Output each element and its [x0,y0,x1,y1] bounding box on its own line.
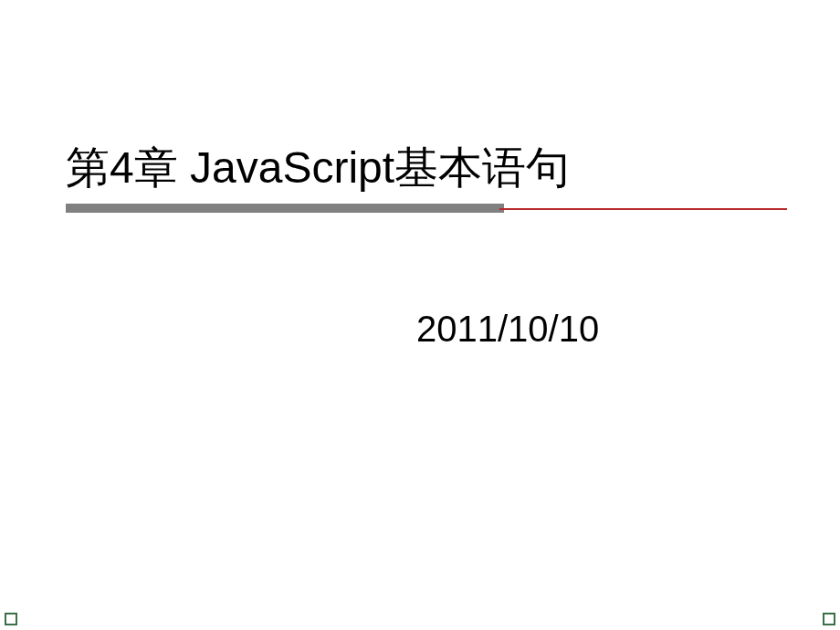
title-block: 第4章 JavaScript基本语句 [66,142,787,194]
title-underline-thin [499,208,787,210]
title-underline-thick [66,204,504,213]
decorative-square-icon [823,613,835,625]
slide-date: 2011/10/10 [416,309,599,350]
slide-title: 第4章 JavaScript基本语句 [66,142,787,194]
decorative-square-icon [5,613,17,625]
slide: 第4章 JavaScript基本语句 2011/10/10 [0,0,840,630]
